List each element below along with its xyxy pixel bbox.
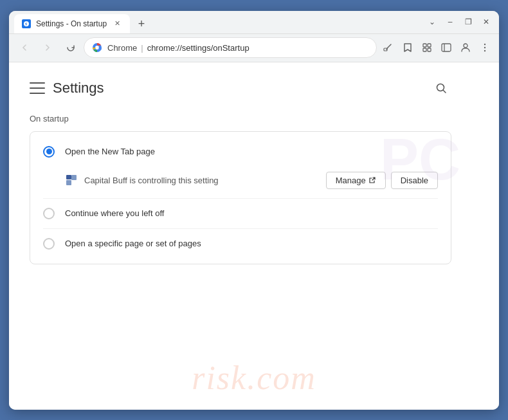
menu-bar-1 (30, 82, 45, 84)
content-area: PC Settings On startup (9, 62, 499, 410)
nav-actions (379, 39, 494, 57)
settings-container: Settings On startup Open the New Tab pag… (9, 62, 472, 280)
search-settings-button[interactable] (431, 78, 451, 98)
reload-button[interactable] (60, 37, 81, 58)
address-bar[interactable]: Chrome | chrome://settings/onStartup (84, 37, 377, 58)
url-path: chrome://settings/onStartup (147, 43, 249, 53)
svg-rect-4 (428, 44, 431, 47)
watermark-text: risk.com (192, 359, 316, 397)
chevron-down-icon[interactable]: ⌄ (424, 14, 440, 30)
option-continue-label: Continue where you left off (65, 208, 164, 218)
share-button[interactable] (379, 39, 397, 57)
new-tab-button[interactable]: + (132, 15, 150, 33)
option-new-tab[interactable]: Open the New Tab page (30, 137, 451, 167)
svg-rect-6 (428, 48, 431, 51)
svg-point-11 (484, 47, 485, 48)
tab-title: Settings - On startup (36, 19, 107, 28)
extension-actions: Manage Disable (326, 172, 438, 189)
account-button[interactable] (457, 39, 475, 57)
sidebar-toggle-button[interactable] (437, 39, 455, 57)
address-separator: | (141, 43, 143, 53)
option-specific[interactable]: Open a specific page or set of pages (30, 229, 451, 259)
svg-rect-17 (66, 175, 71, 179)
svg-point-12 (484, 50, 485, 51)
radio-new-tab-fill (46, 149, 52, 154)
svg-line-14 (444, 90, 446, 93)
option-new-tab-label: Open the New Tab page (65, 147, 155, 156)
bookmark-button[interactable] (399, 39, 417, 57)
section-label: On startup (30, 114, 451, 123)
active-tab[interactable]: Settings - On startup ✕ (14, 14, 130, 33)
radio-new-tab[interactable] (43, 146, 55, 158)
hamburger-menu-button[interactable] (30, 82, 45, 94)
radio-specific[interactable] (43, 238, 55, 250)
svg-rect-7 (442, 44, 451, 51)
svg-point-10 (484, 44, 485, 45)
svg-rect-15 (66, 180, 71, 185)
extension-control-row: Capital Buff is controlling this setting… (30, 167, 451, 198)
extension-control-text: Capital Buff is controlling this setting (84, 176, 320, 185)
svg-point-13 (437, 84, 444, 91)
minimize-button[interactable]: – (442, 14, 458, 30)
option-specific-label: Open a specific page or set of pages (65, 239, 201, 248)
radio-continue[interactable] (43, 208, 55, 219)
tab-favicon (22, 19, 31, 28)
menu-button[interactable] (476, 39, 494, 57)
address-text: Chrome | chrome://settings/onStartup (107, 43, 249, 53)
disable-button[interactable]: Disable (391, 172, 438, 189)
tab-close-button[interactable]: ✕ (112, 19, 122, 29)
chrome-logo-icon (92, 42, 102, 53)
browser-window: Settings - On startup ✕ + ⌄ – ❐ ✕ (9, 11, 499, 410)
forward-button[interactable] (37, 37, 58, 58)
nav-bar: Chrome | chrome://settings/onStartup (9, 34, 499, 62)
menu-bar-3 (30, 93, 45, 94)
settings-header: Settings (30, 78, 451, 98)
svg-rect-5 (423, 48, 426, 51)
tab-bar: Settings - On startup ✕ + (14, 11, 424, 33)
window-controls: ⌄ – ❐ ✕ (424, 14, 494, 30)
extensions-button[interactable] (418, 39, 436, 57)
back-button[interactable] (14, 37, 35, 58)
maximize-button[interactable]: ❐ (460, 14, 476, 30)
extension-icon (65, 174, 78, 187)
options-card: Open the New Tab page Capital Buff is co… (30, 131, 451, 264)
svg-rect-16 (71, 175, 77, 180)
svg-rect-3 (423, 44, 426, 47)
manage-button[interactable]: Manage (326, 172, 386, 189)
option-continue[interactable]: Continue where you left off (30, 199, 451, 228)
page-title: Settings (53, 80, 104, 96)
chrome-label: Chrome (107, 43, 137, 53)
title-bar: Settings - On startup ✕ + ⌄ – ❐ ✕ (9, 11, 499, 34)
svg-point-9 (464, 44, 467, 48)
menu-bar-2 (30, 87, 45, 89)
close-button[interactable]: ✕ (478, 14, 494, 30)
